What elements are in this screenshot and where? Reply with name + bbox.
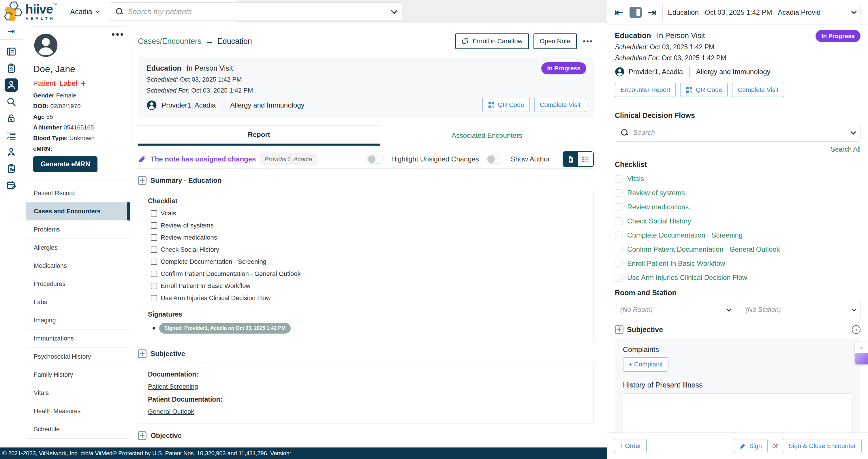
encounter-report-button[interactable]: Encounter Report xyxy=(615,83,676,97)
tab-associated-encounters[interactable]: Associated Encounters xyxy=(380,125,594,146)
cdf-item-link[interactable]: Review medications xyxy=(627,203,689,211)
expand-section-icon[interactable] xyxy=(615,325,623,334)
sidebar-item-patient-record[interactable]: Patient Record xyxy=(26,184,130,203)
sidebar-item-problems[interactable]: Problems xyxy=(26,220,130,239)
cdf-checklist-item[interactable]: Confirm Patient Documentation - General … xyxy=(615,245,861,253)
patient-search[interactable] xyxy=(109,2,402,21)
assistant-widget[interactable]: ›‹ xyxy=(855,342,868,364)
expand-section-icon[interactable] xyxy=(138,349,147,358)
add-label-icon[interactable]: + xyxy=(81,79,86,88)
rail-item-prescriptions[interactable]: R xyxy=(5,162,18,175)
checklist-item[interactable]: Review of systems xyxy=(151,222,584,229)
rail-item-search[interactable] xyxy=(5,95,18,109)
cdf-checklist-item[interactable]: Enroll Patient In Basic Workflow xyxy=(615,259,861,268)
cdf-item-link[interactable]: Review of systems xyxy=(627,189,685,197)
cdf-item-link[interactable]: Check Social History xyxy=(627,217,691,225)
sign-close-encounter-button[interactable]: Sign & Close Encounter xyxy=(783,439,862,453)
checklist-item[interactable]: Use Arm Injuries Clinical Decision Flow xyxy=(151,294,584,302)
expand-section-icon[interactable] xyxy=(138,431,147,440)
sidebar-item-imaging[interactable]: Imaging xyxy=(26,311,130,330)
collapse-left-icon[interactable]: ⇤ xyxy=(615,7,623,18)
collapse-right-icon[interactable]: ⇥ xyxy=(648,7,656,18)
checkbox[interactable] xyxy=(615,232,623,239)
rail-item-journal[interactable] xyxy=(5,45,18,58)
cdf-checklist-item[interactable]: Complete Documentation - Screening xyxy=(615,231,861,239)
patient-label-link[interactable]: Patient_Label xyxy=(33,79,77,88)
qr-code-button[interactable]: QR Code xyxy=(680,83,728,97)
collapse-rail-button[interactable]: ⇥ xyxy=(0,23,23,40)
general-outlook-link[interactable]: General Outlook xyxy=(148,408,194,416)
patient-card-menu-icon[interactable] xyxy=(112,33,123,36)
breadcrumb-parent-link[interactable]: Cases/Encounters xyxy=(138,37,202,46)
patient-screening-link[interactable]: Patient Screening xyxy=(148,383,198,390)
enroll-in-careflow-button[interactable]: Enroll in Careflow xyxy=(455,33,529,49)
qr-code-button[interactable]: QR Code xyxy=(482,98,530,112)
cdf-item-link[interactable]: Use Arm Injuries Clinical Decision Flow xyxy=(627,274,747,282)
show-author-toggle[interactable] xyxy=(487,155,503,164)
cdf-search-input[interactable] xyxy=(633,129,846,137)
cdf-checklist-item[interactable]: Vitals xyxy=(615,175,861,183)
expand-section-icon[interactable] xyxy=(138,176,147,185)
checkbox[interactable] xyxy=(615,260,623,268)
more-actions-icon[interactable] xyxy=(581,40,594,42)
sidebar-item-procedures[interactable]: Procedures xyxy=(26,275,130,293)
station-select[interactable]: (No Station) xyxy=(740,301,861,318)
cdf-checklist-item[interactable]: Review of systems xyxy=(615,189,861,197)
sidebar-item-allergies[interactable]: Allergies xyxy=(26,239,130,257)
cdf-search[interactable] xyxy=(615,124,861,142)
highlight-unsigned-toggle[interactable] xyxy=(367,155,384,164)
sidebar-item-vitals[interactable]: Vitals xyxy=(26,384,130,402)
cdf-item-link[interactable]: Vitals xyxy=(627,175,644,183)
room-select[interactable]: (No Room) xyxy=(615,301,735,318)
rail-item-tasks[interactable] xyxy=(5,62,18,75)
document-view-button[interactable] xyxy=(563,152,578,166)
cdf-checklist-item[interactable]: Review medications xyxy=(615,203,861,211)
patient-search-input[interactable] xyxy=(128,7,391,16)
sidebar-item-immunizations[interactable]: Immunizations xyxy=(26,330,130,348)
generate-emrn-button[interactable]: Generate eMRN xyxy=(33,156,97,172)
complete-visit-button[interactable]: Complete Visit xyxy=(732,83,784,97)
cdf-checklist-item[interactable]: Check Social History xyxy=(615,217,861,225)
checkbox[interactable] xyxy=(151,271,157,277)
checkbox[interactable] xyxy=(615,203,623,211)
add-order-button[interactable]: + Order xyxy=(614,439,647,453)
panel-layout-icon[interactable] xyxy=(629,7,642,18)
checklist-item[interactable]: Enroll Patient In Basic Workflow xyxy=(151,282,584,290)
chevron-down-icon[interactable] xyxy=(391,7,398,14)
sidebar-item-labs[interactable]: Labs xyxy=(26,293,130,311)
rail-item-schedule[interactable] xyxy=(5,179,18,192)
cdf-item-link[interactable]: Complete Documentation - Screening xyxy=(627,231,743,239)
add-complaint-button[interactable]: + Complaint xyxy=(623,357,669,372)
checklist-item[interactable]: Vitals xyxy=(151,210,584,217)
checkbox[interactable] xyxy=(615,274,623,282)
rail-item-patient[interactable] xyxy=(5,79,18,92)
cdf-item-link[interactable]: Confirm Patient Documentation - General … xyxy=(627,245,780,253)
checkbox[interactable] xyxy=(151,222,157,228)
open-note-button[interactable]: Open Note xyxy=(533,33,577,49)
checkbox[interactable] xyxy=(151,283,157,289)
sidebar-item-schedule[interactable]: Schedule xyxy=(26,420,130,438)
checkbox[interactable] xyxy=(615,189,623,197)
org-selector[interactable]: Acadia xyxy=(70,7,98,16)
checkbox[interactable] xyxy=(151,246,157,253)
checklist-item[interactable]: Confirm Patient Documentation - General … xyxy=(151,270,584,278)
rail-item-clinician[interactable] xyxy=(5,145,18,159)
checkbox[interactable] xyxy=(615,175,623,183)
checkbox[interactable] xyxy=(151,258,157,265)
chevron-down-icon[interactable] xyxy=(851,129,856,134)
info-icon[interactable]: i xyxy=(852,325,861,334)
cdf-checklist-item[interactable]: Use Arm Injuries Clinical Decision Flow xyxy=(615,274,861,282)
checkbox[interactable] xyxy=(151,210,157,217)
sign-button[interactable]: Sign xyxy=(734,439,768,453)
sidebar-item-psychosocial-history[interactable]: Psychosocial History xyxy=(26,348,130,366)
checkbox[interactable] xyxy=(615,246,623,253)
sidebar-item-family-history[interactable]: Family History xyxy=(26,366,130,384)
cdf-item-link[interactable]: Enroll Patient In Basic Workflow xyxy=(627,259,725,268)
search-all-link[interactable]: Search All xyxy=(615,146,861,153)
list-view-button[interactable] xyxy=(578,152,593,166)
checkbox[interactable] xyxy=(151,295,157,301)
sidebar-item-medications[interactable]: Medications xyxy=(26,257,130,275)
complete-visit-button[interactable]: Complete Visit xyxy=(534,98,586,112)
checklist-item[interactable]: Complete Documentation - Screening xyxy=(151,258,584,266)
checklist-item[interactable]: Check Social History xyxy=(151,246,584,253)
